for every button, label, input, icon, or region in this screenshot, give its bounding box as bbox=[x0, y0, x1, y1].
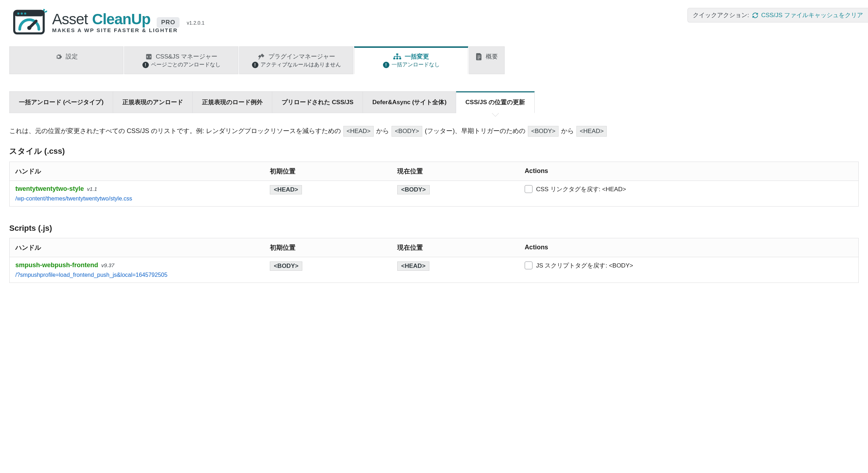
version-label: v1.2.0.1 bbox=[187, 20, 205, 26]
head-tag-chip: <HEAD> bbox=[343, 126, 374, 137]
handle-name: smpush-webpush-frontend bbox=[15, 261, 98, 269]
svg-point-3 bbox=[21, 12, 23, 15]
refresh-icon bbox=[752, 12, 758, 19]
info-icon: ! bbox=[383, 62, 389, 68]
tab-bulk-label: 一括変更 bbox=[405, 52, 429, 61]
th-initial-position: 初期位置 bbox=[264, 238, 392, 257]
subtab-regex-unload[interactable]: 正規表現のアンロード bbox=[113, 91, 193, 113]
handle-path-link[interactable]: /wp-content/themes/twentytwentytwo/style… bbox=[15, 195, 258, 202]
subtab-regex-exception[interactable]: 正規表現のロード例外 bbox=[193, 91, 272, 113]
document-icon bbox=[476, 53, 482, 60]
code-icon bbox=[145, 53, 152, 60]
sub-nav: 一括アンロード (ページタイプ) 正規表現のアンロード 正規表現のロード例外 プ… bbox=[0, 91, 868, 113]
quick-actions-label: クイックアクション: bbox=[693, 11, 749, 19]
quick-actions-bar: クイックアクション: CSS/JS ファイルキャッシュをクリア bbox=[687, 8, 868, 22]
svg-point-4 bbox=[24, 12, 26, 15]
svg-point-6 bbox=[27, 26, 31, 30]
handle-name: twentytwentytwo-style bbox=[15, 185, 84, 192]
gear-icon bbox=[55, 53, 62, 60]
tab-plugins-label: プラグインマネージャー bbox=[268, 52, 335, 61]
th-current-position: 現在位置 bbox=[392, 238, 519, 257]
tab-settings[interactable]: 設定 bbox=[9, 46, 123, 74]
info-icon: ! bbox=[142, 62, 149, 68]
svg-point-2 bbox=[17, 12, 19, 15]
svg-rect-11 bbox=[399, 57, 402, 59]
logo-block: Asset CleanUp PRO v1.2.0.1 MAKES A WP SI… bbox=[13, 8, 205, 36]
restore-action-label: CSS リンクタグを戻す: <HEAD> bbox=[536, 185, 626, 193]
current-position-badge: <HEAD> bbox=[397, 261, 429, 271]
restore-action-label: JS スクリプトタグを戻す: <BODY> bbox=[536, 261, 633, 270]
subtab-bulk-unload[interactable]: 一括アンロード (ページタイプ) bbox=[9, 91, 113, 113]
svg-rect-9 bbox=[393, 57, 395, 59]
body-tag-chip: <BODY> bbox=[528, 126, 559, 137]
head-tag-chip: <HEAD> bbox=[576, 126, 607, 137]
svg-rect-8 bbox=[396, 53, 398, 55]
brand-tagline: MAKES A WP SITE FASTER & LIGHTER bbox=[52, 27, 205, 33]
th-actions: Actions bbox=[519, 238, 859, 257]
brand-name-asset: Asset bbox=[52, 11, 88, 28]
styles-section-title: スタイル (.css) bbox=[9, 146, 859, 157]
tab-overview-label: 概要 bbox=[486, 52, 498, 61]
tab-overview[interactable]: 概要 bbox=[469, 46, 505, 74]
svg-rect-10 bbox=[396, 57, 398, 59]
th-initial-position: 初期位置 bbox=[264, 162, 392, 180]
description-text: これは、元の位置が変更されたすべての CSS/JS のリストです。例: レンダリ… bbox=[9, 126, 859, 137]
scripts-table: ハンドル 初期位置 現在位置 Actions smpush-webpush-fr… bbox=[9, 238, 859, 283]
tab-plugins-sub: アクティブなルールはありません bbox=[261, 61, 341, 68]
tab-plugins-manager[interactable]: プラグインマネージャー ! アクティブなルールはありません bbox=[239, 46, 353, 74]
clear-cache-link[interactable]: CSS/JS ファイルキャッシュをクリア bbox=[761, 11, 863, 19]
handle-version: v1.1 bbox=[87, 186, 97, 192]
th-handle: ハンドル bbox=[10, 238, 264, 257]
info-icon: ! bbox=[252, 62, 258, 68]
th-current-position: 現在位置 bbox=[392, 162, 519, 180]
table-row: twentytwentytwo-style v1.1 /wp-content/t… bbox=[10, 180, 859, 206]
initial-position-badge: <BODY> bbox=[270, 261, 302, 271]
styles-table: ハンドル 初期位置 現在位置 Actions twentytwentytwo-s… bbox=[9, 162, 859, 207]
restore-checkbox[interactable] bbox=[525, 261, 533, 269]
brand-name-cleanup: CleanUp bbox=[92, 11, 150, 28]
tab-bulk-sub: 一括アンロードなし bbox=[392, 61, 440, 68]
handle-path-link[interactable]: /?smpushprofile=load_frontend_push_js&lo… bbox=[15, 272, 258, 278]
gauge-logo-icon bbox=[13, 8, 47, 36]
header: Asset CleanUp PRO v1.2.0.1 MAKES A WP SI… bbox=[0, 0, 868, 46]
handle-version: v9.37 bbox=[101, 262, 115, 268]
body-tag-chip: <BODY> bbox=[392, 126, 422, 137]
current-position-badge: <BODY> bbox=[397, 185, 430, 194]
main-nav: 設定 CSS&JS マネージャー ! ページごとのアンロードなし プラグインマネ… bbox=[0, 46, 868, 74]
tab-cssjs-label: CSS&JS マネージャー bbox=[156, 52, 218, 61]
th-actions: Actions bbox=[519, 162, 859, 180]
restore-checkbox[interactable] bbox=[525, 185, 533, 193]
table-row: smpush-webpush-frontend v9.37 /?smpushpr… bbox=[10, 257, 859, 283]
subtab-preloaded[interactable]: プリロードされた CSS/JS bbox=[272, 91, 363, 113]
subtab-position-update[interactable]: CSS/JS の位置の更新 bbox=[456, 91, 535, 113]
pro-badge: PRO bbox=[157, 17, 180, 28]
tab-bulk-changes[interactable]: 一括変更 ! 一括アンロードなし bbox=[354, 46, 468, 74]
th-handle: ハンドル bbox=[10, 162, 264, 180]
tab-cssjs-sub: ページごとのアンロードなし bbox=[151, 61, 221, 68]
scripts-section-title: Scripts (.js) bbox=[9, 224, 859, 233]
sitemap-icon bbox=[393, 53, 401, 60]
plug-icon bbox=[258, 53, 265, 60]
initial-position-badge: <HEAD> bbox=[270, 185, 302, 194]
tab-cssjs-manager[interactable]: CSS&JS マネージャー ! ページごとのアンロードなし bbox=[124, 46, 238, 74]
tab-settings-label: 設定 bbox=[66, 52, 78, 61]
subtab-defer-async[interactable]: Defer&Async (サイト全体) bbox=[363, 91, 456, 113]
